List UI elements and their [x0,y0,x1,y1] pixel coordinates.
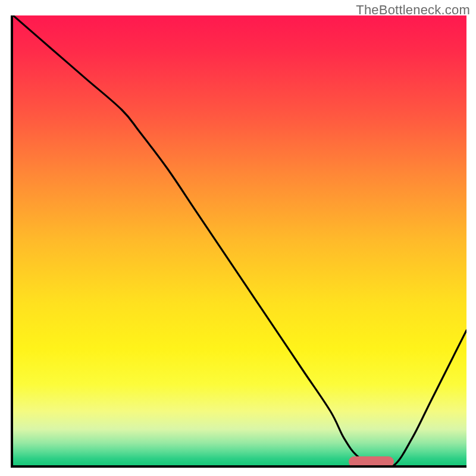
optimal-marker [349,456,394,467]
chart-container: TheBottleneck.com [0,0,476,476]
plot-area [11,15,466,468]
bottleneck-curve [13,15,466,465]
watermark-text: TheBottleneck.com [356,2,470,18]
